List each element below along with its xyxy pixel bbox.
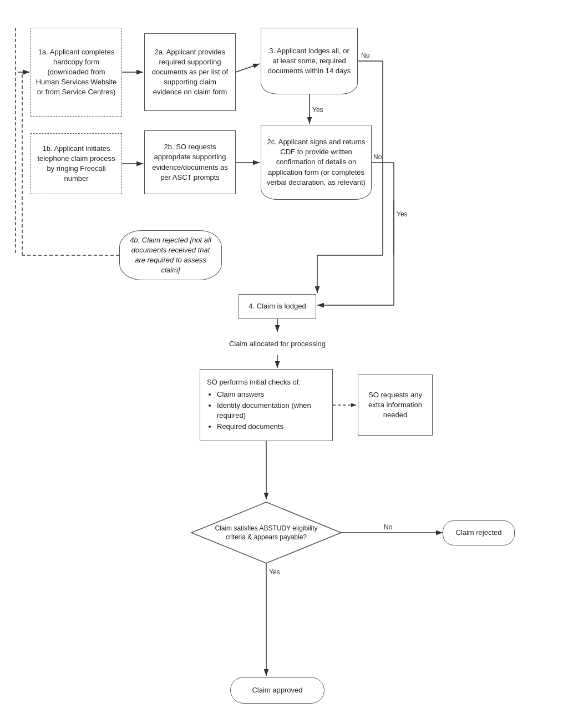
so-checks-content: SO performs initial checks of: Claim ans… <box>207 377 326 433</box>
box-2b: 2b. SO requests appropriate supporting e… <box>144 130 236 194</box>
svg-line-4 <box>236 64 260 72</box>
so-checks-item-2: Identity documentation (when required) <box>217 401 326 421</box>
box-2c-label: 2c. Applicant signs and returns CDF to p… <box>266 137 367 188</box>
svg-text:No: No <box>373 153 382 161</box>
diamond-eligibility: Claim satisfies ABSTUDY eligibility crit… <box>189 499 344 566</box>
box-4: 4. Claim is lodged <box>239 294 316 319</box>
so-checks-item-3: Required documents <box>217 422 326 432</box>
so-checks-list: Claim answers Identity documentation (wh… <box>217 390 326 432</box>
box-1a-label: 1a. Applicant completes hardcopy form (d… <box>36 47 117 98</box>
box-4b: 4b. Claim rejected [not all documents re… <box>119 230 222 280</box>
box-3-label: 3. Applicant lodges all, or at least som… <box>266 46 353 77</box>
box-2c: 2c. Applicant signs and returns CDF to p… <box>261 125 372 200</box>
claim-rejected-box: Claim rejected <box>443 520 515 545</box>
diamond-eligibility-text: Claim satisfies ABSTUDY eligibility crit… <box>189 499 344 566</box>
so-checks-item-1: Claim answers <box>217 390 326 400</box>
so-checks-box: SO performs initial checks of: Claim ans… <box>200 369 333 441</box>
box-4b-label: 4b. Claim rejected [not all documents re… <box>125 235 216 276</box>
so-extra-box: SO requests any extra information needed <box>358 375 433 436</box>
claim-rejected-label: Claim rejected <box>455 528 501 538</box>
so-extra-label: SO requests any extra information needed <box>363 390 428 421</box>
svg-text:No: No <box>361 52 370 59</box>
svg-text:Yes: Yes <box>269 568 280 576</box>
box-2a: 2a. Applicant provides required supporti… <box>144 33 236 111</box>
claim-approved-box: Claim approved <box>230 677 324 704</box>
box-4-label: 4. Claim is lodged <box>248 301 306 311</box>
svg-text:Yes: Yes <box>312 106 323 114</box>
claim-allocated-label: Claim allocated for processing <box>219 333 336 355</box>
box-3: 3. Applicant lodges all, or at least som… <box>261 28 358 94</box>
svg-text:Yes: Yes <box>397 210 408 218</box>
box-2a-label: 2a. Applicant provides required supporti… <box>149 47 231 98</box>
box-1a: 1a. Applicant completes hardcopy form (d… <box>31 28 122 117</box>
box-1b: 1b. Applicant initiates telephone claim … <box>31 133 122 194</box>
svg-text:No: No <box>384 523 393 531</box>
box-2b-label: 2b. SO requests appropriate supporting e… <box>149 142 231 183</box>
flowchart-diagram: No Yes No Yes <box>0 0 568 728</box>
box-1b-label: 1b. Applicant initiates telephone claim … <box>36 144 117 184</box>
claim-approved-label: Claim approved <box>252 685 302 695</box>
so-checks-title: SO performs initial checks of: <box>207 377 326 387</box>
